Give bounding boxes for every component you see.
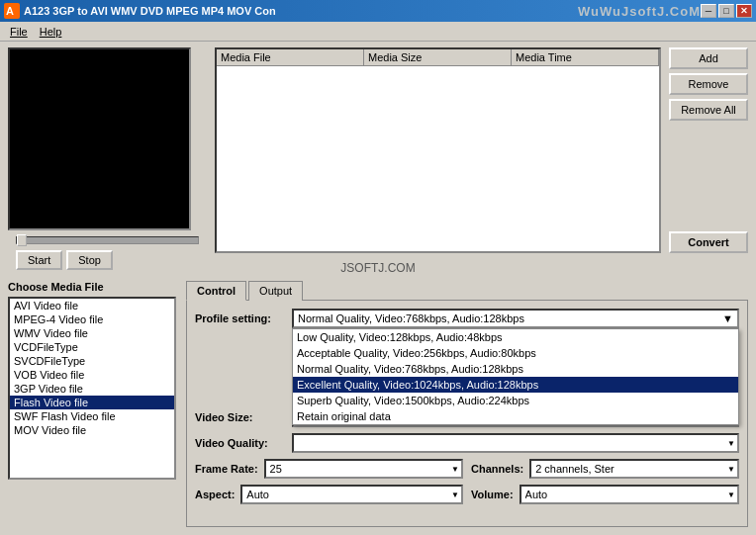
video-quality-label: Video Quality: [195, 437, 284, 449]
app-title: A123 3GP to AVI WMV DVD MPEG MP4 MOV Con [24, 5, 578, 17]
profile-option-acceptable[interactable]: Acceptable Quality, Video:256kbps, Audio… [293, 345, 738, 361]
channels-select[interactable]: 2 channels, Ster [529, 459, 739, 479]
video-quality-select[interactable] [292, 433, 739, 453]
convert-button[interactable]: Convert [669, 231, 748, 253]
control-panel: Control Output Profile setting: Normal Q… [186, 281, 748, 527]
minimize-button[interactable]: ─ [701, 4, 716, 18]
col-media-time: Media Time [512, 49, 659, 65]
tab-output[interactable]: Output [248, 281, 303, 301]
list-item[interactable]: VOB Video file [10, 368, 174, 382]
list-item[interactable]: AVI Video file [10, 299, 174, 312]
list-item[interactable]: SVCDFileType [10, 354, 174, 368]
col-media-file: Media File [217, 49, 364, 65]
video-preview [8, 47, 191, 230]
channels-group: Channels: 2 channels, Ster [471, 459, 739, 479]
frame-rate-group: Frame Rate: 25 [195, 459, 463, 479]
list-item[interactable]: MPEG-4 Video file [10, 312, 174, 326]
menu-item-help[interactable]: Help [34, 24, 68, 40]
file-table: Media File Media Size Media Time [215, 47, 661, 253]
main-content: Start Stop Media File Media Size Media T… [0, 42, 756, 535]
channels-select-wrapper: 2 channels, Ster [529, 459, 739, 479]
list-item[interactable]: VCDFileType [10, 340, 174, 354]
chooser-title: Choose Media File [8, 281, 176, 293]
app-icon: A [4, 3, 20, 19]
file-list-area: Media File Media Size Media Time [215, 47, 661, 253]
profile-option-normal[interactable]: Normal Quality, Video:768kbps, Audio:128… [293, 361, 738, 377]
frame-rate-select-wrapper: 25 [264, 459, 463, 479]
profile-option-excellent[interactable]: Excellent Quality, Video:1024kbps, Audio… [293, 377, 738, 393]
video-size-label: Video Size: [195, 411, 284, 423]
col-media-size: Media Size [364, 49, 512, 65]
list-item[interactable]: WMV Video file [10, 326, 174, 340]
top-section: Start Stop Media File Media Size Media T… [0, 42, 756, 259]
progress-track[interactable] [16, 236, 199, 244]
tab-control[interactable]: Control [186, 281, 246, 301]
volume-select-wrapper: Auto [520, 485, 739, 504]
volume-label: Volume: [471, 489, 514, 500]
profile-dropdown-list: Low Quality, Video:128kbps, Audio:48kbps… [292, 328, 739, 425]
bottom-section: Choose Media File AVI Video file MPEG-4 … [0, 281, 756, 535]
add-button[interactable]: Add [669, 47, 748, 69]
media-chooser: Choose Media File AVI Video file MPEG-4 … [8, 281, 176, 527]
watermark-title: WuWuJsoftJ.CoM [578, 4, 701, 19]
aspect-label: Aspect: [195, 489, 235, 500]
tab-content-control: Profile setting: Normal Quality, Video:7… [186, 300, 748, 527]
list-item[interactable]: 3GP Video file [10, 382, 174, 396]
file-table-header: Media File Media Size Media Time [217, 49, 659, 66]
menu-bar: File Help [0, 22, 756, 42]
aspect-select-wrapper: Auto [240, 485, 463, 504]
progress-thumb[interactable] [17, 234, 27, 246]
remove-all-button[interactable]: Remove All [669, 99, 748, 121]
jsoftj-watermark: JSOFTJ.COM [0, 259, 756, 281]
remove-button[interactable]: Remove [669, 73, 748, 95]
profile-setting-row: Profile setting: Normal Quality, Video:7… [195, 309, 739, 328]
profile-option-low[interactable]: Low Quality, Video:128kbps, Audio:48kbps [293, 329, 738, 345]
frame-rate-label: Frame Rate: [195, 463, 258, 475]
profile-option-retain[interactable]: Retain original data [293, 408, 738, 424]
profile-current-value: Normal Quality, Video:768kbps, Audio:128… [298, 312, 524, 324]
list-item-flash-video[interactable]: Flash Video file [10, 396, 174, 409]
frame-channels-row: Frame Rate: 25 Channels: 2 channels, Ste… [195, 459, 739, 479]
aspect-group: Aspect: Auto [195, 485, 463, 504]
profile-option-superb[interactable]: Superb Quality, Video:1500kbps, Audio:22… [293, 393, 738, 408]
svg-text:A: A [6, 5, 14, 17]
profile-label: Profile setting: [195, 312, 284, 324]
aspect-volume-row: Aspect: Auto Volume: Auto [195, 485, 739, 504]
profile-dropdown-header[interactable]: Normal Quality, Video:768kbps, Audio:128… [292, 309, 739, 328]
menu-item-file[interactable]: File [4, 24, 34, 40]
volume-select[interactable]: Auto [520, 485, 739, 504]
tabs: Control Output [186, 281, 748, 301]
profile-dropdown-arrow: ▼ [722, 312, 733, 324]
volume-group: Volume: Auto [471, 485, 739, 504]
list-item[interactable]: MOV Video file [10, 423, 174, 437]
video-quality-select-wrapper [292, 433, 739, 453]
profile-dropdown[interactable]: Normal Quality, Video:768kbps, Audio:128… [292, 309, 739, 328]
maximize-button[interactable]: □ [718, 4, 734, 18]
video-quality-row: Video Quality: [195, 433, 739, 453]
chooser-list[interactable]: AVI Video file MPEG-4 Video file WMV Vid… [8, 297, 176, 480]
action-buttons: Add Remove Remove All Convert [669, 47, 748, 253]
window-controls: ─ □ ✕ [701, 4, 752, 18]
frame-rate-select[interactable]: 25 [264, 459, 463, 479]
close-button[interactable]: ✕ [736, 4, 752, 18]
aspect-select[interactable]: Auto [240, 485, 463, 504]
channels-label: Channels: [471, 463, 523, 475]
title-bar: A A123 3GP to AVI WMV DVD MPEG MP4 MOV C… [0, 0, 756, 22]
list-item[interactable]: SWF Flash Video file [10, 409, 174, 423]
